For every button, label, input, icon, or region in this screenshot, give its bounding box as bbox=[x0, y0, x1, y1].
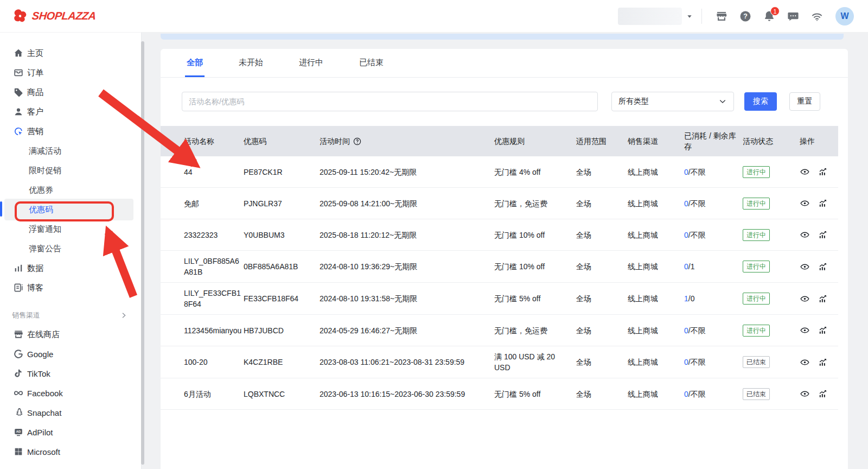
sidebar-item-blog[interactable]: 博客 bbox=[0, 278, 141, 297]
column-header: 优惠规则 bbox=[494, 136, 576, 147]
cell-scope: 全场 bbox=[576, 198, 628, 209]
preview-eye-icon[interactable] bbox=[800, 230, 810, 240]
analytics-icon[interactable] bbox=[818, 357, 828, 367]
cell-campaign-name: 44 bbox=[161, 167, 244, 178]
products-icon bbox=[13, 87, 24, 98]
consumed-count: 0 bbox=[684, 390, 688, 398]
sidebar-item-facebook[interactable]: Facebook bbox=[0, 383, 141, 403]
help-icon[interactable]: ? bbox=[739, 10, 752, 23]
cell-discount-code: PJNGLR37 bbox=[244, 198, 320, 209]
wifi-icon[interactable] bbox=[810, 10, 824, 23]
column-header-label: 活动时间 bbox=[320, 136, 350, 147]
tab-未开始[interactable]: 未开始 bbox=[237, 58, 265, 77]
cell-status: 进行中 bbox=[743, 166, 800, 178]
status-badge: 已结束 bbox=[743, 356, 770, 368]
sidebar-subitem-label: 优惠券 bbox=[29, 185, 53, 195]
column-header: 操作 bbox=[800, 136, 839, 147]
active-item-indicator bbox=[0, 201, 2, 217]
cell-discount-code: LQBXTNCC bbox=[244, 389, 320, 400]
cell-actions bbox=[800, 198, 839, 208]
sidebar-item-label: 订单 bbox=[27, 68, 43, 78]
sidebar-scrollbar[interactable] bbox=[141, 41, 144, 465]
cell-discount-code: 0BF885A6A81B bbox=[244, 261, 320, 272]
tab-全部[interactable]: 全部 bbox=[185, 58, 205, 77]
sidebar-subitem[interactable]: 满减活动 bbox=[0, 141, 141, 161]
sidebar-subitem[interactable]: 浮窗通知 bbox=[0, 219, 141, 239]
reset-button[interactable]: 重置 bbox=[789, 92, 820, 111]
facebook-icon bbox=[13, 388, 24, 398]
sidebar-item-label: Facebook bbox=[27, 389, 63, 398]
sidebar-subitem[interactable]: 优惠券 bbox=[0, 180, 141, 200]
question-circle-icon[interactable] bbox=[353, 137, 362, 146]
analytics-icon[interactable] bbox=[818, 198, 828, 208]
cell-consumed-remaining: 0/不限 bbox=[684, 167, 743, 178]
analytics-icon[interactable] bbox=[818, 167, 828, 177]
preview-eye-icon[interactable] bbox=[800, 294, 810, 304]
analytics-icon[interactable] bbox=[818, 230, 828, 240]
cell-campaign-time: 2024-05-29 16:46:27~无期限 bbox=[320, 325, 494, 336]
sidebar-item-home[interactable]: 主页 bbox=[0, 43, 141, 63]
home-icon bbox=[13, 48, 24, 59]
preview-eye-icon[interactable] bbox=[800, 389, 810, 399]
preview-eye-icon[interactable] bbox=[800, 167, 810, 177]
consumed-count: 0 bbox=[684, 358, 688, 366]
cell-actions bbox=[800, 325, 839, 335]
sidebar-subitem[interactable]: 弹窗公告 bbox=[0, 239, 141, 258]
sidebar-subitem-label: 限时促销 bbox=[29, 166, 61, 176]
sidebar-section-sales-channels[interactable]: 销售渠道 bbox=[0, 306, 141, 325]
sidebar-item-google[interactable]: Google bbox=[0, 344, 141, 364]
tab-已结束[interactable]: 已结束 bbox=[358, 58, 385, 77]
analytics-icon[interactable] bbox=[818, 294, 828, 304]
store-selector[interactable] bbox=[618, 8, 682, 25]
type-filter-select[interactable]: 所有类型 bbox=[611, 92, 734, 111]
type-filter-value: 所有类型 bbox=[618, 97, 718, 106]
preview-eye-icon[interactable] bbox=[800, 262, 810, 272]
search-input[interactable] bbox=[182, 92, 598, 111]
status-badge: 进行中 bbox=[743, 325, 770, 337]
sidebar-item-label: 客户 bbox=[27, 107, 43, 117]
cell-sales-channel: 线上商城 bbox=[628, 230, 684, 240]
search-button[interactable]: 搜索 bbox=[744, 92, 777, 111]
cell-status: 已结束 bbox=[743, 388, 800, 400]
sidebar-item-data[interactable]: 数据 bbox=[0, 258, 141, 278]
sidebar-item-snapchat[interactable]: Snapchat bbox=[0, 403, 141, 422]
sidebar-item-adpilot[interactable]: ADAdPilot bbox=[0, 422, 141, 442]
sidebar-item-label: 在线商店 bbox=[27, 329, 60, 340]
sidebar-subitem[interactable]: 优惠码 bbox=[0, 200, 141, 219]
analytics-icon[interactable] bbox=[818, 389, 828, 399]
remaining-stock: /不限 bbox=[688, 390, 706, 398]
chat-icon[interactable] bbox=[787, 10, 800, 23]
sidebar-item-marketing[interactable]: 营销 bbox=[0, 122, 141, 141]
storefront-icon[interactable] bbox=[715, 10, 728, 23]
column-header: 活动状态 bbox=[743, 136, 800, 147]
cell-discount-rule: 无门槛 5% off bbox=[494, 389, 576, 400]
sidebar-item-store[interactable]: 在线商店 bbox=[0, 325, 141, 344]
avatar[interactable]: W bbox=[835, 7, 854, 26]
sidebar-subitem[interactable]: 限时促销 bbox=[0, 161, 141, 180]
svg-text:AD: AD bbox=[16, 430, 21, 433]
cell-sales-channel: 线上商城 bbox=[628, 293, 684, 304]
analytics-icon[interactable] bbox=[818, 262, 828, 272]
cell-sales-channel: 线上商城 bbox=[628, 325, 684, 336]
header-divider bbox=[701, 9, 702, 24]
preview-eye-icon[interactable] bbox=[800, 198, 810, 208]
consumed-count: 0 bbox=[684, 168, 688, 176]
table-row: LILY_FE33CFB18F64FE33CFB18F642024-08-10 … bbox=[161, 283, 838, 315]
blog-icon bbox=[13, 282, 24, 293]
consumed-count: 0 bbox=[684, 262, 688, 271]
sidebar-item-customers[interactable]: 客户 bbox=[0, 102, 141, 122]
remaining-stock: /不限 bbox=[688, 168, 706, 176]
cell-discount-rule: 无门槛 4% off bbox=[494, 167, 576, 178]
cell-discount-code: K4CZ1RBE bbox=[244, 357, 320, 367]
tab-进行中[interactable]: 进行中 bbox=[297, 58, 325, 77]
sidebar-item-orders[interactable]: 订单 bbox=[0, 63, 141, 83]
sidebar: 主页订单商品客户营销满减活动限时促销优惠券优惠码浮窗通知弹窗公告数据博客销售渠道… bbox=[0, 33, 142, 469]
sidebar-item-microsoft[interactable]: Microsoft bbox=[0, 442, 141, 461]
preview-eye-icon[interactable] bbox=[800, 357, 810, 367]
analytics-icon[interactable] bbox=[818, 325, 828, 335]
notifications-bell-icon[interactable]: 1 bbox=[763, 10, 776, 23]
preview-eye-icon[interactable] bbox=[800, 325, 810, 335]
caret-down-icon[interactable] bbox=[685, 12, 694, 21]
sidebar-item-tiktok[interactable]: TikTok bbox=[0, 364, 141, 383]
sidebar-item-products[interactable]: 商品 bbox=[0, 83, 141, 102]
